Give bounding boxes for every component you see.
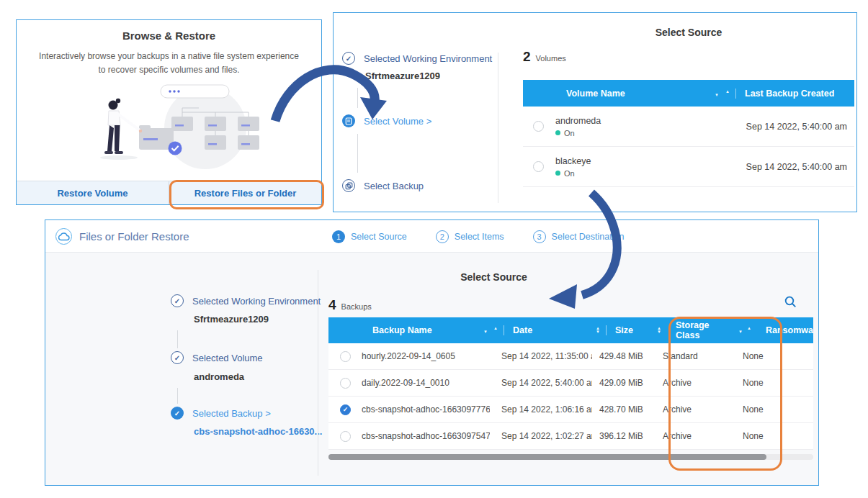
restore-files-or-folder-button[interactable]: Restore Files or Folder bbox=[169, 181, 321, 204]
browse-illustration bbox=[97, 83, 267, 177]
storage-class: Archive bbox=[644, 378, 734, 388]
wizard-step-select-source[interactable]: 1 Select Source bbox=[332, 230, 407, 243]
step-selected-volume: ✓ Selected Volume bbox=[171, 351, 263, 364]
backup-name: cbs-snapshot-adhoc-1663097776861 bbox=[351, 404, 490, 415]
storage-class: Archive bbox=[644, 404, 734, 415]
volume-row[interactable]: andromeda On Sep 14 2022, 5:40:00 am bbox=[523, 107, 854, 147]
scrollbar-thumb[interactable] bbox=[328, 454, 766, 460]
backup-name: daily.2022-09-14_0010 bbox=[351, 378, 490, 388]
radio-button[interactable] bbox=[340, 431, 351, 442]
radio-button[interactable] bbox=[533, 121, 544, 132]
ransomware-status: None bbox=[734, 378, 813, 388]
status-dot-icon bbox=[555, 171, 560, 176]
check-circle-icon: ✓ bbox=[171, 407, 184, 420]
step-number-badge: 3 bbox=[533, 230, 546, 243]
storage-class: Archive bbox=[644, 431, 734, 441]
page: Browse & Restore Interactively browse yo… bbox=[0, 0, 868, 498]
column-header-backup-name[interactable]: Backup Name ▲▼ bbox=[362, 325, 513, 335]
backup-size: 429.48 MiB bbox=[592, 351, 644, 361]
column-header-last-backup-created[interactable]: Last Backup Created bbox=[745, 89, 854, 99]
restore-panel-header: Files or Folder Restore 1 Select Source … bbox=[45, 220, 818, 253]
radio-button[interactable] bbox=[340, 351, 351, 362]
ransomware-status: None bbox=[734, 351, 813, 361]
backup-row[interactable]: hourly.2022-09-14_0605 Sep 14 2022, 11:3… bbox=[328, 343, 813, 370]
volume-status: On bbox=[555, 169, 591, 178]
vertical-divider bbox=[498, 53, 498, 203]
cloud-restore-icon bbox=[55, 228, 72, 245]
step-select-volume[interactable]: Select Volume > bbox=[342, 114, 431, 127]
backups-count: 4 Backups bbox=[328, 297, 372, 313]
backup-size: 429.09 MiB bbox=[592, 378, 644, 388]
backup-row[interactable]: daily.2022-09-14_0010 Sep 14 2022, 5:40:… bbox=[328, 370, 813, 397]
column-header-ransomware[interactable]: Ransomware bbox=[757, 325, 813, 335]
storage-class: Standard bbox=[644, 351, 734, 361]
backups-rows: hourly.2022-09-14_0605 Sep 14 2022, 11:3… bbox=[328, 343, 813, 450]
select-source-panel: Select Source ✓ Selected Working Environ… bbox=[333, 12, 857, 212]
backups-table-header: Backup Name ▲▼ Date ▲▼ Size ▲▼ Storage C… bbox=[328, 317, 813, 343]
step-selected-working-environment: ✓ Selected Working Environment bbox=[342, 52, 492, 65]
column-header-date[interactable]: Date ▲▼ bbox=[513, 325, 615, 335]
person-figure bbox=[104, 99, 142, 154]
restore-volume-button[interactable]: Restore Volume bbox=[17, 181, 169, 204]
sort-icon[interactable]: ▲▼ bbox=[715, 90, 730, 97]
backup-date: Sep 14 2022, 1:06:16 am bbox=[490, 404, 592, 415]
card-title: Browse & Restore bbox=[17, 30, 321, 42]
wizard-step-select-destination[interactable]: 3 Select Destination bbox=[533, 230, 625, 243]
backup-date: Sep 14 2022, 1:02:27 am bbox=[490, 431, 592, 441]
sort-icon[interactable]: ▲▼ bbox=[738, 327, 751, 334]
volume-name: andromeda bbox=[555, 116, 601, 126]
backup-name: hourly.2022-09-14_0605 bbox=[351, 351, 490, 361]
working-environment-name: Sfrtmeazure1209 bbox=[194, 314, 269, 325]
column-header-size[interactable]: Size ▲▼ bbox=[615, 325, 667, 335]
browse-restore-card: Browse & Restore Interactively browse yo… bbox=[16, 19, 322, 205]
volume-status: On bbox=[555, 129, 601, 137]
last-backup-created: Sep 14 2022, 5:40:00 am bbox=[746, 162, 847, 172]
volumes-rows: andromeda On Sep 14 2022, 5:40:00 am bla… bbox=[523, 107, 854, 187]
step-number-badge: 1 bbox=[332, 230, 345, 243]
backup-date: Sep 14 2022, 11:35:00 am bbox=[490, 351, 592, 361]
status-dot-icon bbox=[555, 130, 560, 135]
last-backup-created: Sep 14 2022, 5:40:00 am bbox=[746, 122, 847, 132]
vertical-divider bbox=[318, 270, 318, 476]
volumes-table-header: Volume Name ▲▼ Last Backup Created bbox=[523, 80, 854, 107]
column-header-storage-class[interactable]: Storage Class ▲▼ bbox=[667, 320, 757, 340]
step-number-badge: 2 bbox=[436, 230, 449, 243]
ransomware-status: None bbox=[734, 404, 813, 415]
ransomware-status: None bbox=[734, 431, 813, 441]
check-circle-icon: ✓ bbox=[171, 294, 184, 307]
backup-size: 428.70 MiB bbox=[592, 404, 644, 415]
wizard-step-select-items[interactable]: 2 Select Items bbox=[436, 230, 504, 243]
horizontal-scrollbar[interactable] bbox=[328, 454, 813, 460]
card-description: Interactively browse your backups in a n… bbox=[17, 50, 321, 76]
radio-button[interactable] bbox=[533, 161, 544, 172]
card-footer: Restore Volume Restore Files or Folder bbox=[17, 181, 321, 204]
backups-table: Backup Name ▲▼ Date ▲▼ Size ▲▼ Storage C… bbox=[328, 317, 813, 450]
sort-icon[interactable]: ▲▼ bbox=[483, 327, 498, 334]
wizard-steps: 1 Select Source 2 Select Items 3 Select … bbox=[332, 220, 624, 253]
volume-row[interactable]: blackeye On Sep 14 2022, 5:40:00 am bbox=[523, 147, 854, 187]
radio-button[interactable] bbox=[340, 378, 351, 389]
restore-panel-content: Select Source ✓ Selected Working Environ… bbox=[45, 253, 818, 485]
radio-button[interactable] bbox=[340, 404, 351, 415]
backup-icon bbox=[342, 179, 355, 192]
volumes-count: 2 Volumes bbox=[523, 49, 566, 65]
column-header-volume-name[interactable]: Volume Name ▲▼ bbox=[555, 89, 745, 99]
check-circle-icon: ✓ bbox=[342, 52, 355, 65]
backup-date: Sep 14 2022, 5:40:00 am bbox=[490, 378, 592, 388]
search-icon[interactable] bbox=[784, 296, 797, 311]
check-badge-icon bbox=[169, 142, 182, 155]
panel-title: Select Source bbox=[521, 27, 856, 38]
backup-row[interactable]: cbs-snapshot-adhoc-1663097547296 Sep 14 … bbox=[328, 423, 813, 450]
files-or-folder-restore-panel: Files or Folder Restore 1 Select Source … bbox=[45, 219, 819, 486]
volume-icon bbox=[342, 114, 355, 127]
sort-icon[interactable]: ▲▼ bbox=[657, 327, 661, 334]
check-circle-icon: ✓ bbox=[171, 351, 184, 364]
step-selected-backup[interactable]: ✓ Selected Backup > bbox=[171, 407, 271, 420]
sort-icon[interactable]: ▲▼ bbox=[596, 327, 600, 334]
backup-size: 396.12 MiB bbox=[592, 431, 644, 441]
backup-row[interactable]: cbs-snapshot-adhoc-1663097776861 Sep 14 … bbox=[328, 397, 813, 423]
page-title: Files or Folder Restore bbox=[79, 220, 189, 253]
section-title: Select Source bbox=[169, 271, 818, 283]
volume-name: blackeye bbox=[555, 156, 591, 166]
selected-backup-name: cbs-snapshot-adhoc-16630... bbox=[194, 426, 322, 437]
